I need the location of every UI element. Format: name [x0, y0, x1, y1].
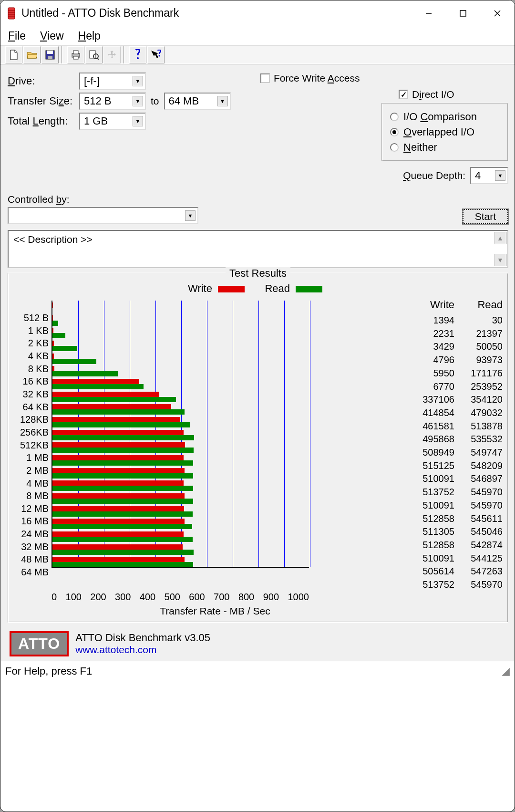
start-button[interactable]: Start [463, 209, 508, 224]
menu-view[interactable]: View [40, 30, 63, 42]
product-name: ATTO Disk Benchmark v3.05 [75, 632, 210, 644]
total-length-label: Total Length: [8, 115, 79, 127]
transfer-size-label: Transfer Size: [8, 95, 79, 107]
chart-y-axis: 512 B1 KB2 KB4 KB8 KB16 KB32 KB64 KB128K… [13, 299, 52, 592]
resize-grip-icon[interactable]: ◢ [502, 665, 510, 677]
svg-point-14 [159, 55, 160, 57]
controlled-by-select[interactable]: ▼ [8, 207, 198, 224]
write-values-column: 1394223134294796595067703371064148544615… [409, 314, 454, 592]
print-preview-button[interactable] [85, 46, 103, 63]
save-button[interactable] [41, 46, 59, 63]
force-write-label: Force Write Access [274, 73, 360, 84]
vendor-link[interactable]: www.attotech.com [75, 644, 210, 656]
direct-io-label: Direct I/O [412, 89, 454, 100]
menu-help[interactable]: Help [78, 30, 101, 42]
io-mode-group: I/O Comparison Overlapped I/O Neither [381, 103, 508, 161]
close-button[interactable] [480, 0, 515, 26]
help-button[interactable] [147, 46, 165, 63]
window-title: Untitled - ATTO Disk Benchmark [21, 7, 412, 20]
print-button[interactable] [67, 46, 84, 63]
title-bar[interactable]: Untitled - ATTO Disk Benchmark [0, 0, 515, 26]
col-read-header: Read [457, 299, 503, 311]
move-button [103, 46, 121, 63]
window: Untitled - ATTO Disk Benchmark File View… [0, 0, 515, 812]
col-write-header: Write [409, 299, 454, 311]
chart-x-axis: 01002003004005006007008009001000 [52, 592, 309, 603]
total-length-select[interactable]: 1 GB▼ [79, 113, 146, 130]
status-text: For Help, press F1 [5, 665, 92, 677]
status-bar: For Help, press F1 ◢ [0, 662, 515, 680]
minimize-button[interactable] [412, 0, 446, 26]
transfer-to-select[interactable]: 64 MB▼ [164, 93, 231, 110]
open-button[interactable] [23, 46, 41, 63]
chart-plot [52, 301, 309, 568]
svg-rect-6 [48, 56, 52, 59]
chart-x-label: Transfer Rate - MB / Sec [0, 605, 503, 617]
content-area: Drive: [-f-]▼ Transfer Size: 512 B▼ to 6… [0, 64, 515, 662]
direct-io-checkbox[interactable]: ✓ [399, 90, 408, 99]
transfer-from-select[interactable]: 512 B▼ [79, 93, 146, 110]
overlapped-io-radio[interactable]: Overlapped I/O [390, 126, 500, 138]
drive-select[interactable]: [-f-]▼ [79, 73, 146, 90]
maximize-button[interactable] [446, 0, 480, 26]
scroll-up-icon[interactable]: ▲ [494, 232, 506, 244]
new-button[interactable] [5, 46, 22, 63]
read-swatch-icon [296, 286, 322, 292]
svg-point-13 [137, 57, 139, 59]
svg-rect-5 [47, 51, 53, 54]
queue-depth-select[interactable]: 4▼ [470, 167, 508, 184]
force-write-checkbox[interactable] [260, 73, 270, 83]
toolbar [0, 45, 515, 64]
svg-rect-9 [73, 56, 78, 59]
queue-depth-label: Queue Depth: [403, 170, 465, 181]
chart-legend: Write Read [13, 282, 503, 295]
menu-file[interactable]: File [8, 30, 26, 42]
results-title: Test Results [226, 267, 290, 280]
atto-logo: ATTO [10, 631, 69, 656]
read-values-column: 3021397500509397317117625395235412047903… [457, 314, 503, 592]
svg-rect-8 [73, 51, 78, 54]
write-swatch-icon [218, 286, 245, 292]
about-button[interactable] [129, 46, 146, 63]
description-textarea[interactable]: << Description >> ▲ ▼ [8, 230, 508, 268]
app-icon [6, 7, 17, 20]
drive-label: Drive: [8, 75, 79, 87]
controlled-by-label: Controlled by: [8, 194, 463, 205]
io-comparison-radio[interactable]: I/O Comparison [390, 111, 500, 123]
to-label: to [151, 95, 159, 107]
description-placeholder: << Description >> [13, 234, 93, 245]
menu-bar: File View Help [0, 26, 515, 45]
scroll-down-icon[interactable]: ▼ [494, 254, 506, 266]
svg-line-12 [97, 58, 99, 60]
svg-rect-1 [460, 10, 466, 16]
results-fieldset: Test Results Write Read 512 B1 KB2 KB4 K… [8, 273, 508, 623]
neither-radio[interactable]: Neither [390, 141, 500, 154]
